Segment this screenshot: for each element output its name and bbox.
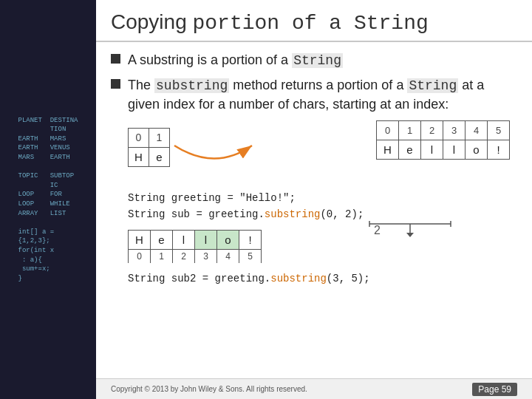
large-val-l2: l <box>443 140 466 159</box>
code-block-1: String greeting = "Hello!"; String sub =… <box>128 190 517 223</box>
bullet-2: The substring method returns a portion o… <box>111 76 517 114</box>
large-val-excl: ! <box>488 140 510 159</box>
small-table-header-0: 0 <box>129 128 149 147</box>
substring-call: substring <box>265 208 321 220</box>
large-header-5: 5 <box>488 120 510 140</box>
small-table-header-1: 1 <box>149 128 170 147</box>
large-header-2: 2 <box>421 120 443 140</box>
small-table-val-e: e <box>149 147 170 166</box>
hello-l2: l <box>195 231 217 250</box>
bullet-text-2: The substring method returns a portion o… <box>128 76 517 114</box>
large-val-H: H <box>377 140 399 159</box>
large-val-e: e <box>399 140 421 159</box>
bullet-1: A substring is a portion of a String <box>111 51 517 70</box>
code-line-1: String greeting = "Hello!"; <box>128 190 517 206</box>
left-strip: PLANET DESTINA TION EARTH MARS EARTH VEN… <box>0 0 96 399</box>
hello-H: H <box>129 231 151 250</box>
left-strip-code: PLANET DESTINA TION EARTH MARS EARTH VEN… <box>12 110 83 290</box>
hello-idx-0: 0 <box>129 250 151 263</box>
substring-mono: substring <box>154 78 229 93</box>
page-badge: Page 59 <box>472 383 517 396</box>
title-bar: Copying portion of a String <box>96 0 532 42</box>
large-header-3: 3 <box>443 120 466 140</box>
hello-idx-3: 3 <box>195 250 217 263</box>
hello-idx-2: 2 <box>173 250 195 263</box>
hello-excl: ! <box>239 231 262 250</box>
large-header-1: 1 <box>399 120 421 140</box>
string-mono-2: String <box>407 78 458 93</box>
hello-e: e <box>151 231 173 250</box>
large-val-l1: l <box>421 140 443 159</box>
bracket-arrow <box>362 218 458 237</box>
large-header-4: 4 <box>466 120 488 140</box>
code-line-2: String sub = greeting.substring(0, 2); <box>128 206 517 222</box>
page-title: Copying portion of a String <box>111 10 517 35</box>
large-header-0: 0 <box>377 120 399 140</box>
bullet-square-1 <box>111 54 120 64</box>
hello-section: 2 H e l l o ! <box>128 230 517 263</box>
large-val-o: o <box>466 140 488 159</box>
copyright-text: Copyright © 2013 by John Wiley & Sons. A… <box>111 385 307 393</box>
small-table-val-h: H <box>129 147 149 166</box>
hello-o: o <box>217 231 239 250</box>
hello-table: H e l l o ! 0 1 2 3 4 5 <box>128 230 262 263</box>
large-table-wrap: 0 1 2 3 4 5 H e l l o ! <box>376 120 510 160</box>
substring-call-2: substring <box>270 273 327 284</box>
footer: Copyright © 2013 by John Wiley & Sons. A… <box>96 378 532 399</box>
hello-l1: l <box>173 231 195 250</box>
hello-idx-1: 1 <box>151 250 173 263</box>
arrow-svg <box>171 131 259 175</box>
index-table-area: 0 1 H e <box>128 120 517 180</box>
string-mono-1: String <box>292 53 343 68</box>
main-content: Copying portion of a String A substring … <box>96 0 532 399</box>
sub2-code: String sub2 = greeting.substring(3, 5); <box>128 270 517 287</box>
small-table: 0 1 H e <box>128 128 170 167</box>
title-mono: portion of a String <box>193 12 429 35</box>
bullet-square-2 <box>111 79 120 89</box>
large-table: 0 1 2 3 4 5 H e l l o ! <box>376 120 510 160</box>
bullet-text-1: A substring is a portion of a String <box>128 51 343 70</box>
hello-idx-4: 4 <box>217 250 239 263</box>
svg-marker-5 <box>406 233 414 237</box>
hello-idx-5: 5 <box>239 250 262 263</box>
content-body: A substring is a portion of a String The… <box>96 42 532 293</box>
